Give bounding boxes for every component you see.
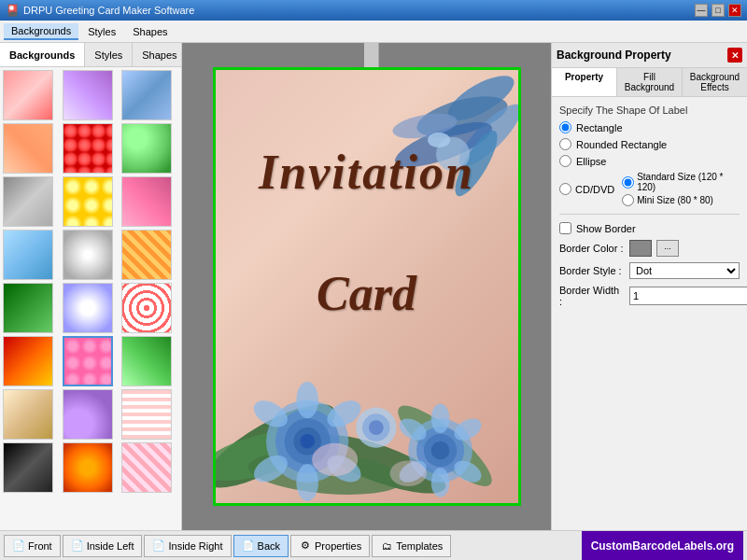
thumbnail-13[interactable]	[3, 283, 53, 333]
thumbnail-7[interactable]	[3, 176, 53, 227]
inside-right-button[interactable]: 📄 Inside Right	[144, 535, 231, 557]
shape-cddvd-radio[interactable]	[559, 183, 571, 195]
show-border-checkbox[interactable]	[559, 222, 571, 234]
back-button[interactable]: 📄 Back	[233, 535, 289, 557]
website-label: CustomBarcodeLabels.org	[582, 531, 743, 560]
left-tab-styles[interactable]: Styles	[85, 43, 133, 66]
thumbnail-10[interactable]	[3, 230, 53, 280]
border-color-row: Border Color : ···	[559, 240, 740, 257]
thumbnail-17[interactable]	[63, 336, 113, 386]
thumbnail-11[interactable]	[63, 230, 113, 280]
menu-shapes[interactable]: Shapes	[125, 24, 175, 39]
shape-rounded-row: Rounded Rectangle	[559, 138, 740, 150]
thumbnail-19[interactable]	[3, 389, 53, 440]
properties-icon: ⚙	[299, 539, 312, 553]
thumbnail-14[interactable]	[63, 283, 113, 333]
svg-point-36	[368, 420, 383, 435]
front-label: Front	[28, 540, 52, 552]
card-canvas: Invitation Card	[213, 67, 521, 506]
app-title: DRPU Greeting Card Maker Software	[23, 5, 194, 16]
properties-label: Properties	[315, 540, 361, 552]
templates-icon: 🗂	[380, 539, 393, 553]
svg-point-21	[296, 464, 318, 500]
thumbnail-18[interactable]	[121, 336, 172, 386]
close-button[interactable]: ✕	[728, 4, 741, 17]
shape-rectangle-row: Rectangle	[559, 121, 740, 133]
menu-styles[interactable]: Styles	[80, 24, 123, 39]
border-style-select[interactable]: None Solid Dot Dash DashDot	[629, 262, 740, 279]
bottom-buttons: 📄 Front 📄 Inside Left 📄 Inside Right 📄 B…	[4, 535, 451, 557]
title-bar: 🎴 DRPU Greeting Card Maker Software — □ …	[0, 0, 747, 21]
inside-right-label: Inside Right	[168, 540, 222, 552]
svg-point-17	[300, 434, 315, 449]
right-panel-tabs: Property Fill Background Background Effe…	[552, 68, 747, 97]
cd-mini-radio[interactable]	[622, 194, 634, 206]
border-width-row: Border Width : ▲ ▼	[559, 285, 740, 307]
thumbnail-5[interactable]	[63, 123, 113, 174]
thumbnail-16[interactable]	[3, 336, 53, 386]
back-label: Back	[258, 540, 280, 552]
right-tab-background-effects[interactable]: Background Effects	[683, 68, 747, 96]
front-button[interactable]: 📄 Front	[4, 535, 61, 557]
thumbnail-8[interactable]	[63, 176, 113, 227]
left-tabs: Backgrounds Styles Shapes	[0, 43, 181, 67]
svg-point-37	[312, 443, 358, 476]
thumbnail-3[interactable]	[121, 70, 172, 120]
thumbnails-container[interactable]	[0, 67, 181, 530]
right-tab-fill-background[interactable]: Fill Background	[617, 68, 683, 96]
thumbnail-22[interactable]	[3, 442, 53, 493]
app-icon: 🎴	[6, 4, 20, 17]
svg-point-18	[296, 382, 318, 418]
shape-rounded-radio[interactable]	[559, 138, 571, 150]
thumbnail-24[interactable]	[121, 442, 172, 493]
border-style-row: Border Style : None Solid Dot Dash DashD…	[559, 262, 740, 279]
maximize-button[interactable]: □	[712, 4, 725, 17]
menu-backgrounds[interactable]: Backgrounds	[4, 23, 78, 40]
left-panel: Backgrounds Styles Shapes	[0, 43, 182, 530]
thumbnail-23[interactable]	[63, 442, 113, 493]
thumbnail-2[interactable]	[63, 70, 113, 120]
thumbnail-1[interactable]	[3, 70, 53, 120]
right-panel-content: Specify The Shape Of Label Rectangle Rou…	[552, 97, 747, 530]
shape-ellipse-label: Ellipse	[576, 156, 606, 167]
thumbnail-9[interactable]	[121, 176, 172, 227]
thumbnails-grid	[3, 70, 178, 493]
shape-label: Specify The Shape Of Label	[559, 105, 740, 116]
front-icon: 📄	[12, 539, 25, 553]
border-color-picker-button[interactable]: ···	[656, 240, 679, 257]
bottom-toolbar: 📄 Front 📄 Inside Left 📄 Inside Right 📄 B…	[0, 530, 747, 560]
thumbnail-20[interactable]	[63, 389, 113, 440]
back-icon: 📄	[242, 539, 255, 553]
thumbnail-21[interactable]	[121, 389, 172, 440]
canvas-area: Invitation Card	[182, 43, 551, 530]
thumbnail-15[interactable]	[121, 283, 172, 333]
properties-button[interactable]: ⚙ Properties	[290, 535, 370, 557]
border-width-input[interactable]	[630, 287, 747, 304]
thumbnail-6[interactable]	[121, 123, 172, 174]
show-border-row: Show Border	[559, 222, 740, 234]
cd-standard-radio[interactable]	[622, 176, 634, 189]
shape-ellipse-radio[interactable]	[559, 155, 571, 167]
cd-standard-label: Standard Size (120 * 120)	[637, 172, 740, 192]
inside-left-label: Inside Left	[87, 540, 134, 552]
title-text: 🎴 DRPU Greeting Card Maker Software	[6, 4, 194, 17]
border-style-label: Border Style :	[559, 265, 625, 276]
border-color-swatch[interactable]	[629, 240, 652, 257]
minimize-button[interactable]: —	[695, 4, 708, 17]
shape-cddvd-label: CD/DVD	[575, 184, 614, 195]
right-panel-close-button[interactable]: ✕	[727, 48, 742, 63]
thumbnail-12[interactable]	[121, 230, 172, 280]
thumbnail-4[interactable]	[3, 123, 53, 174]
left-tab-backgrounds[interactable]: Backgrounds	[0, 43, 85, 66]
right-tab-property[interactable]: Property	[552, 68, 617, 96]
inside-left-button[interactable]: 📄 Inside Left	[63, 535, 143, 557]
left-tab-shapes[interactable]: Shapes	[133, 43, 187, 66]
border-width-input-wrap: ▲ ▼	[629, 287, 747, 305]
shape-rectangle-radio[interactable]	[559, 121, 571, 133]
border-color-label: Border Color :	[559, 243, 625, 254]
inside-left-icon: 📄	[71, 539, 84, 553]
right-panel-header: Background Property ✕	[552, 43, 747, 68]
card-text-invitation: Invitation	[234, 145, 500, 200]
shape-rectangle-label: Rectangle	[576, 122, 623, 133]
templates-button[interactable]: 🗂 Templates	[372, 535, 451, 557]
